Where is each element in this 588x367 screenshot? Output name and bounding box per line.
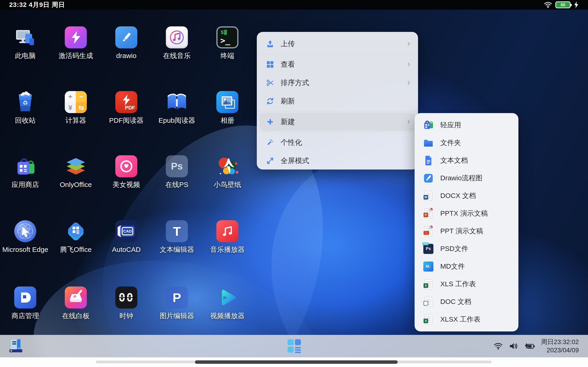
flip-clock-icon: 00: [115, 286, 137, 309]
submenu-item-folder[interactable]: 文件夹: [415, 134, 519, 152]
app-label: 美女视频: [112, 181, 140, 189]
app-label: 时钟: [120, 312, 133, 320]
fullscreen-arrows-icon: [266, 157, 275, 165]
desktop-app-keygen[interactable]: 激活码生成: [51, 26, 101, 60]
app-label: OnlyOffice: [60, 181, 92, 189]
desktop-app-edge[interactable]: Microsoft Edge: [0, 220, 51, 254]
app-label: 此电脑: [15, 52, 36, 60]
submenu-item-drawio[interactable]: Drawio流程图: [415, 169, 519, 187]
desktop-app-online-ps[interactable]: Ps 在线PS: [152, 155, 202, 189]
chevron-right-icon: ›: [407, 117, 410, 126]
app-launcher-button[interactable]: [287, 339, 302, 353]
desktop-app-autocad[interactable]: CAD AutoCAD: [101, 220, 152, 254]
submenu-item-docx[interactable]: W DOCX 文档: [415, 187, 519, 205]
app-label: 回收站: [15, 116, 36, 125]
menu-item-view[interactable]: 查看 ›: [257, 55, 418, 74]
menu-item-fullscreen[interactable]: 全屏模式: [257, 152, 418, 170]
submenu-item-xlsx[interactable]: X XLSX 工作表: [415, 311, 519, 328]
menu-item-upload[interactable]: 上传 ›: [257, 35, 418, 53]
app-label: 应用商店: [11, 181, 39, 189]
app-label: 腾飞Office: [60, 245, 92, 254]
app-label: 图片编辑器: [160, 312, 194, 320]
submenu-item-pptx[interactable]: P PPTX 演示文稿: [415, 205, 519, 222]
desktop-app-video-player[interactable]: 视频播放器: [202, 286, 253, 320]
submenu-item-text-document[interactable]: 文本文档: [415, 152, 519, 169]
photo-icon: [216, 91, 238, 113]
desktop-app-drawio[interactable]: drawio: [101, 26, 152, 60]
taskbar-battery-icon[interactable]: [524, 342, 535, 350]
menu-divider: [257, 111, 418, 112]
desktop-app-whiteboard[interactable]: 在线白板: [51, 286, 101, 320]
desktop-app-epub-reader[interactable]: Epub阅读器: [152, 91, 202, 125]
desktop-app-this-pc[interactable]: 此电脑: [0, 26, 51, 60]
letter-d-icon: [14, 286, 36, 309]
desktop-app-beauty-video[interactable]: 美女视频: [101, 155, 152, 189]
app-label: 终端: [221, 52, 234, 60]
app-label: PDF阅读器: [109, 116, 144, 125]
app-label: 在线PS: [165, 181, 188, 189]
submenu-item-psd[interactable]: PSDPs PSD文件: [415, 240, 519, 258]
submenu-item-ppt[interactable]: ▭ PPT 演示文稿: [415, 222, 519, 240]
desktop-app-album[interactable]: 相册: [202, 91, 253, 125]
submenu-item-xls[interactable]: X XLS 工作表: [415, 275, 519, 293]
desktop-app-clock[interactable]: 00 时钟: [101, 286, 152, 320]
cad-icon: CAD: [115, 220, 137, 242]
taskbar-clock: 周日23:32:02 2023/04/09: [541, 338, 579, 355]
desktop-app-app-store[interactable]: 应用商店: [0, 155, 51, 189]
submenu-item-doc[interactable]: W DOC 文档: [415, 293, 519, 311]
menu-item-refresh[interactable]: 刷新: [257, 92, 418, 110]
plus-icon: [266, 118, 275, 125]
svg-text:CAD: CAD: [123, 229, 132, 234]
desktop-app-music-player[interactable]: 音乐播放器: [202, 220, 253, 254]
desktop-app-pdf-reader[interactable]: PDF PDF阅读器: [101, 91, 152, 125]
desktop-app-online-music[interactable]: 在线音乐: [152, 26, 202, 60]
status-bar: 23:32 4月9日 周日 86: [0, 0, 588, 10]
menu-item-new[interactable]: 新建 ›: [259, 113, 415, 131]
app-label: 文本编辑器: [160, 245, 194, 254]
bottom-strip: [0, 357, 588, 367]
app-label: 计算器: [65, 116, 86, 125]
drawio-file-icon: [422, 173, 434, 184]
computer-icon: [14, 26, 36, 48]
scissors-icon: [266, 79, 275, 87]
refresh-icon: [266, 97, 275, 105]
desktop-app-onlyoffice[interactable]: OnlyOffice: [51, 155, 101, 189]
xlsx-file-icon: X: [422, 315, 434, 325]
submenu-item-light-app[interactable]: 轻应用: [415, 116, 519, 134]
menu-item-sort[interactable]: 排序方式 ›: [257, 74, 418, 92]
desktop-app-image-editor[interactable]: P 图片编辑器: [152, 286, 202, 320]
app-label: 视频播放器: [210, 312, 245, 320]
desktop-app-tf-office[interactable]: 腾飞Office: [51, 220, 101, 254]
submenu-item-md[interactable]: M↓ MD文件: [415, 258, 519, 275]
start-button[interactable]: [9, 339, 24, 354]
recycle-bin-icon: ♻: [14, 91, 36, 113]
text-document-icon: [422, 155, 434, 166]
desktop-app-store-manager[interactable]: 商店管理: [0, 286, 51, 320]
stacked-squares-icon: [65, 220, 87, 242]
magic-wand-icon: [266, 139, 275, 146]
app-label: 相册: [221, 116, 234, 125]
app-label: 小鸟壁纸: [214, 181, 241, 189]
desktop-app-text-editor[interactable]: T 文本编辑器: [152, 220, 202, 254]
letter-t-icon: T: [166, 220, 188, 242]
battery-level: 86: [561, 2, 565, 7]
globe-cursor-icon: [14, 220, 36, 242]
open-book-icon: [166, 91, 188, 113]
app-label: AutoCAD: [112, 245, 141, 254]
taskbar-volume-icon[interactable]: [509, 342, 518, 350]
psd-file-icon: PSDPs: [422, 244, 434, 254]
md-file-icon: M↓: [422, 261, 434, 272]
desktop-app-recycle-bin[interactable]: ♻ 回收站: [0, 91, 51, 125]
svg-text:♻: ♻: [23, 99, 28, 106]
scrollbar-thumb[interactable]: [195, 360, 398, 364]
taskbar: 周日23:32:02 2023/04/09: [0, 335, 588, 357]
desktop-app-calculator[interactable]: + − ¥ ⇆ 计算器: [51, 91, 101, 125]
context-menu: 上传 › 查看 › 排序方式 › 刷新 新建 › 个性化: [257, 32, 418, 169]
taskbar-wifi-icon[interactable]: [493, 342, 503, 350]
desktop-app-bird-wallpaper[interactable]: 小鸟壁纸: [202, 155, 253, 189]
calculator-icon: + − ¥ ⇆: [65, 91, 87, 113]
desktop-app-terminal[interactable]: $ >_ 终端: [202, 26, 253, 60]
app-label: Epub阅读器: [158, 116, 195, 125]
menu-item-personalize[interactable]: 个性化: [257, 133, 418, 152]
status-time: 23:32 4月9日 周日: [9, 0, 65, 9]
